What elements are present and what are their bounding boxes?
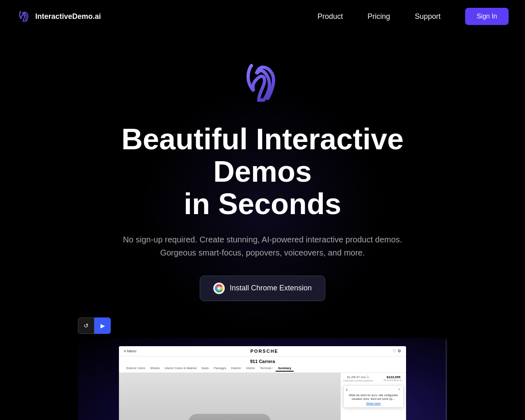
brand-logo[interactable]: InteractiveDemo.ai [16, 9, 101, 24]
porsche-all-info[interactable]: All information is... [383, 379, 404, 381]
hero-title: Beautiful Interactive Demos in Seconds [98, 123, 427, 221]
porsche-popup: ℹ ✕ While we strive for accu- rate confi… [343, 385, 404, 408]
scroll-hint [445, 338, 447, 420]
tab-summary[interactable]: Summary [276, 365, 294, 372]
demo-controls: ↺ ▶ [78, 317, 447, 334]
replay-button[interactable]: ↺ [78, 317, 94, 334]
svg-point-3 [218, 287, 220, 290]
porsche-car-image [119, 373, 340, 420]
show-more-link[interactable]: Show more [346, 402, 401, 405]
hero-section: Beautiful Interactive Demos in Seconds N… [0, 33, 525, 420]
porsche-model: 911 Carrera [119, 356, 406, 365]
porsche-tabs: Exterior Colors Wheels Interior Colors &… [119, 365, 406, 373]
porsche-icons: ♡ ⚙ [393, 349, 401, 353]
play-button[interactable]: ▶ [94, 317, 111, 334]
install-chrome-button[interactable]: Install Chrome Extension [200, 276, 325, 301]
install-btn-label: Install Chrome Extension [230, 284, 312, 292]
nav-support[interactable]: Support [415, 12, 441, 21]
demo-preview: ↺ ▶ ≡ Menu PORSCHE ♡ ⚙ 911 Carrera Exter… [78, 317, 447, 420]
info-icon: ℹ [346, 388, 347, 392]
porsche-monthly-price: $1,356.67 /mo ⓘ [343, 375, 373, 379]
tab-technolo[interactable]: Technolo › [258, 365, 276, 372]
brand-name: InteractiveDemo.ai [35, 12, 101, 21]
demo-frame: ≡ Menu PORSCHE ♡ ⚙ 911 Carrera Exterior … [78, 338, 447, 420]
nav-pricing[interactable]: Pricing [368, 12, 390, 21]
tab-exterior-colors[interactable]: Exterior Colors [124, 365, 148, 372]
porsche-calc-link[interactable]: Calculate monthly payment [343, 379, 373, 382]
hero-subtitle: No sign-up required. Create stunning, AI… [119, 233, 406, 259]
porsche-brand: PORSCHE [251, 349, 278, 354]
popup-text: While we strive for accu- rate configura… [346, 393, 401, 401]
logo-icon [16, 9, 31, 24]
porsche-sidebar: $1,356.67 /mo ⓘ Calculate monthly paymen… [340, 373, 406, 420]
popup-close-icon[interactable]: ✕ [398, 388, 401, 391]
porsche-demo-window: ≡ Menu PORSCHE ♡ ⚙ 911 Carrera Exterior … [119, 346, 406, 420]
nav-links: Product Pricing Support Sign In [317, 8, 509, 25]
tab-exterior[interactable]: Exterior [229, 365, 244, 372]
tab-interior[interactable]: Interior Colors & Material [162, 365, 199, 372]
tab-seats[interactable]: Seats [199, 365, 211, 372]
tab-packages[interactable]: Packages [211, 365, 229, 372]
nav-product[interactable]: Product [317, 12, 343, 21]
signin-button[interactable]: Sign In [465, 8, 509, 25]
hero-logo-icon [236, 57, 289, 111]
tab-wheels[interactable]: Wheels [148, 365, 162, 372]
chrome-icon [213, 283, 225, 294]
porsche-total-price: $122,095 [383, 375, 404, 379]
navbar: InteractiveDemo.ai Product Pricing Suppo… [0, 0, 525, 33]
porsche-menu: ≡ Menu [124, 349, 136, 353]
tab-interior2[interactable]: Interior [244, 365, 258, 372]
